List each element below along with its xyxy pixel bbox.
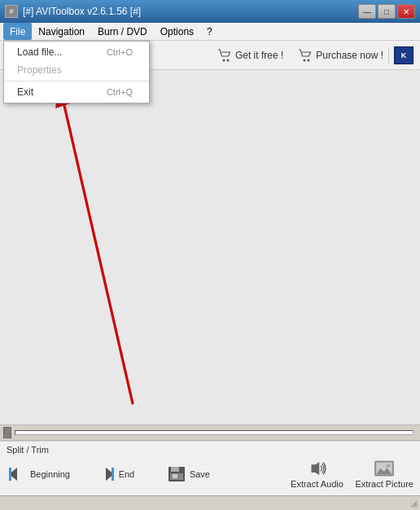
timeline-marker bbox=[3, 427, 11, 438]
svg-point-18 bbox=[387, 464, 391, 468]
menu-load-file[interactable]: Load file... Ctrl+O bbox=[4, 43, 149, 61]
menu-properties: Properties bbox=[4, 61, 149, 79]
bottom-section: Split / Trim Beginning bbox=[0, 441, 420, 495]
svg-point-2 bbox=[304, 59, 306, 61]
main-content bbox=[0, 70, 420, 424]
extract-audio-button[interactable]: Extract Audio bbox=[288, 459, 345, 489]
menu-separator bbox=[4, 81, 149, 81]
svg-rect-7 bbox=[9, 468, 11, 481]
title-text: [#] AVIToolbox v2.6.1.56 [#] bbox=[23, 6, 141, 17]
beginning-label: Beginning bbox=[30, 469, 70, 479]
bottom-toolbar: Beginning End bbox=[0, 456, 420, 495]
status-bar: ◢ bbox=[0, 495, 420, 510]
menu-bar: File Navigation Burn / DVD Options ? Loa… bbox=[0, 23, 420, 41]
svg-rect-13 bbox=[173, 474, 177, 478]
svg-line-5 bbox=[64, 106, 133, 405]
close-button[interactable]: ✕ bbox=[397, 4, 415, 19]
beginning-icon bbox=[7, 465, 28, 483]
split-trim-label: Split / Trim bbox=[0, 442, 420, 456]
extract-picture-button[interactable]: Extract Picture bbox=[355, 459, 413, 489]
svg-point-3 bbox=[308, 59, 310, 61]
menu-exit[interactable]: Exit Ctrl+Q bbox=[4, 83, 149, 101]
app-icon: # bbox=[5, 5, 18, 18]
toolbar-divider bbox=[388, 47, 389, 64]
menu-options[interactable]: Options bbox=[154, 23, 200, 40]
svg-point-1 bbox=[226, 59, 229, 61]
file-dropdown-menu: Load file... Ctrl+O Properties Exit Ctrl… bbox=[3, 41, 150, 103]
save-button[interactable]: Save bbox=[160, 465, 217, 483]
resize-grip: ◢ bbox=[410, 498, 417, 508]
cart-icon bbox=[217, 48, 232, 63]
svg-rect-9 bbox=[112, 468, 114, 481]
get-it-free-label: Get it free ! bbox=[235, 50, 283, 61]
menu-file[interactable]: File bbox=[3, 23, 32, 40]
title-bar-left: # [#] AVIToolbox v2.6.1.56 [#] bbox=[5, 5, 141, 18]
svg-marker-14 bbox=[312, 462, 320, 475]
maximize-button[interactable]: □ bbox=[378, 4, 396, 19]
beginning-button[interactable]: Beginning bbox=[7, 465, 70, 483]
purchase-now-label: Purchase now ! bbox=[316, 50, 383, 61]
end-label: End bbox=[119, 469, 135, 479]
extract-picture-icon bbox=[374, 459, 395, 477]
menu-help[interactable]: ? bbox=[200, 23, 219, 40]
app-logo: K bbox=[394, 46, 413, 64]
timeline-track[interactable] bbox=[15, 430, 413, 435]
save-icon bbox=[166, 465, 187, 483]
get-it-free-promo[interactable]: Get it free ! bbox=[217, 48, 283, 63]
cart-icon-2 bbox=[298, 48, 313, 63]
svg-rect-11 bbox=[171, 467, 179, 472]
extract-audio-icon bbox=[306, 459, 327, 477]
menu-burn-dvd[interactable]: Burn / DVD bbox=[91, 23, 154, 40]
svg-point-0 bbox=[222, 59, 225, 61]
extract-audio-label: Extract Audio bbox=[291, 479, 343, 489]
save-label: Save bbox=[190, 469, 210, 479]
timeline-area[interactable] bbox=[0, 424, 420, 441]
title-buttons: — □ ✕ bbox=[358, 4, 415, 19]
red-arrow bbox=[0, 70, 420, 424]
extract-picture-label: Extract Picture bbox=[355, 479, 413, 489]
end-icon bbox=[95, 465, 116, 483]
end-button[interactable]: End bbox=[86, 465, 143, 483]
purchase-now-promo[interactable]: Purchase now ! bbox=[298, 48, 383, 63]
menu-navigation[interactable]: Navigation bbox=[32, 23, 91, 40]
title-bar: # [#] AVIToolbox v2.6.1.56 [#] — □ ✕ bbox=[0, 0, 420, 23]
minimize-button[interactable]: — bbox=[358, 4, 376, 19]
